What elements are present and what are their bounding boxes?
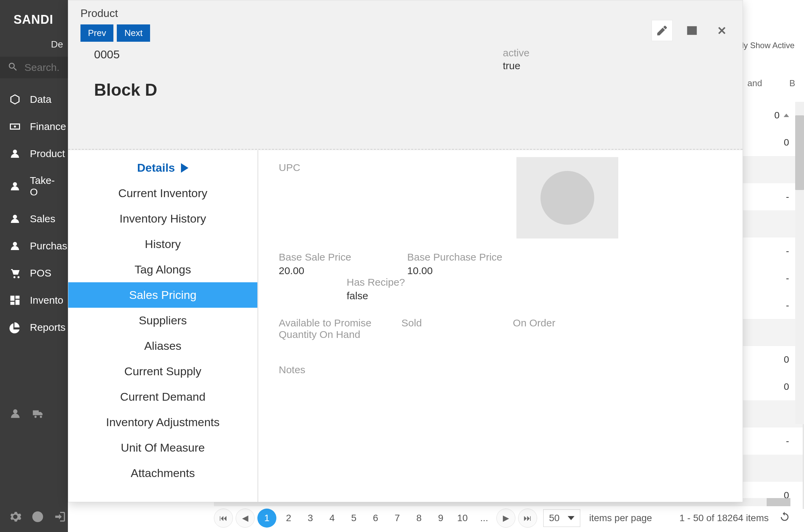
pager-page-2[interactable]: 2 bbox=[279, 509, 298, 528]
group-icon[interactable] bbox=[9, 407, 22, 421]
table-row[interactable]: 0 bbox=[743, 373, 804, 400]
pager-page-1[interactable]: 1 bbox=[257, 509, 276, 528]
edit-button[interactable] bbox=[652, 20, 673, 41]
truck-icon[interactable] bbox=[31, 407, 44, 421]
notes-label: Notes bbox=[279, 364, 722, 376]
section-current-demand[interactable]: Current Demand bbox=[68, 384, 257, 410]
page-size-label: items per page bbox=[589, 513, 652, 524]
logout-icon[interactable] bbox=[54, 510, 67, 525]
pager-first[interactable]: ⏮ bbox=[214, 509, 233, 528]
section-inventory-history[interactable]: Inventory History bbox=[68, 206, 257, 231]
table-row[interactable] bbox=[743, 156, 804, 183]
cell: 0 bbox=[784, 381, 789, 392]
page-size-select[interactable]: 50 bbox=[543, 509, 580, 527]
table-row[interactable]: - bbox=[743, 238, 804, 265]
maximize-button[interactable] bbox=[681, 20, 702, 41]
modal-tools bbox=[652, 20, 732, 41]
atp-label: Available to Promise bbox=[279, 317, 371, 329]
product-modal: Product Prev Next 0005 Block D active tr… bbox=[68, 0, 743, 502]
table-row[interactable]: - bbox=[743, 292, 804, 319]
pager-more[interactable]: ... bbox=[475, 509, 494, 528]
sold-label: Sold bbox=[401, 317, 483, 329]
active-field: active true bbox=[503, 47, 529, 72]
pager-page-6[interactable]: 6 bbox=[366, 509, 385, 528]
field-qoh: Quantity On Hand bbox=[279, 329, 360, 340]
section-details[interactable]: Details bbox=[68, 155, 257, 180]
nav-product[interactable]: Product bbox=[0, 140, 68, 167]
cell: - bbox=[786, 436, 789, 446]
section-history[interactable]: History bbox=[68, 231, 257, 257]
section-current-supply[interactable]: Current Supply bbox=[68, 359, 257, 384]
nav-data[interactable]: Data bbox=[0, 86, 68, 113]
field-atp: Available to Promise bbox=[279, 317, 371, 329]
nav-label: Reports bbox=[30, 322, 66, 333]
table-row[interactable] bbox=[743, 210, 804, 238]
nav-purchase[interactable]: Purchas bbox=[0, 232, 68, 260]
pager: ⏮ ◀ 1 2 3 4 5 6 7 8 9 10 ... ▶ ⏭ 50 item… bbox=[214, 508, 797, 529]
pager-page-9[interactable]: 9 bbox=[431, 509, 450, 528]
grid-header-col2[interactable]: B bbox=[789, 78, 795, 89]
section-aliases[interactable]: Aliases bbox=[68, 333, 257, 359]
search-icon bbox=[7, 61, 18, 74]
modal-header: Product Prev Next 0005 Block D active tr… bbox=[68, 0, 743, 150]
section-inventory-adjustments[interactable]: Inventory Adjustments bbox=[68, 410, 257, 435]
section-tag-alongs[interactable]: Tag Alongs bbox=[68, 257, 257, 282]
table-row[interactable]: - bbox=[743, 183, 804, 210]
pager-page-8[interactable]: 8 bbox=[409, 509, 428, 528]
search-input[interactable] bbox=[24, 62, 60, 73]
nav-sales[interactable]: Sales bbox=[0, 205, 68, 232]
table-row[interactable]: 0 bbox=[743, 346, 804, 373]
clock-icon[interactable] bbox=[31, 510, 44, 525]
table-row[interactable] bbox=[743, 400, 804, 428]
section-sales-pricing[interactable]: Sales Pricing bbox=[68, 282, 257, 308]
nav-label: POS bbox=[30, 267, 51, 279]
nav-takeoff[interactable]: Take-O bbox=[0, 167, 68, 205]
play-icon bbox=[181, 163, 188, 173]
pager-page-3[interactable]: 3 bbox=[301, 509, 320, 528]
nav-finance[interactable]: Finance bbox=[0, 113, 68, 140]
nav-label: Purchas bbox=[30, 240, 67, 252]
pager-page-10[interactable]: 10 bbox=[453, 509, 472, 528]
nav-label: Finance bbox=[30, 121, 66, 132]
cell: - bbox=[786, 191, 789, 202]
section-attachments[interactable]: Attachments bbox=[68, 460, 257, 486]
table-row[interactable]: - bbox=[743, 265, 804, 292]
product-image-placeholder bbox=[516, 157, 618, 239]
next-button[interactable]: Next bbox=[117, 24, 150, 42]
table-row[interactable] bbox=[743, 455, 804, 482]
nav-reports[interactable]: Reports bbox=[0, 314, 68, 341]
brand-logo: SANDI bbox=[0, 0, 68, 39]
prev-button[interactable]: Prev bbox=[80, 24, 113, 42]
table-row[interactable]: 0 bbox=[743, 102, 804, 129]
detail-pane: UPC Base Sale Price 20.00 Base Purchase … bbox=[258, 150, 743, 502]
nav: Data Finance Product Take-O Sales Purcha… bbox=[0, 86, 68, 341]
base-purchase-label: Base Purchase Price bbox=[407, 251, 502, 263]
table-row[interactable] bbox=[743, 319, 804, 346]
nav-pos[interactable]: POS bbox=[0, 260, 68, 287]
nav-inventory[interactable]: Invento bbox=[0, 287, 68, 314]
modal-title: Product bbox=[80, 7, 730, 20]
gear-icon[interactable] bbox=[9, 510, 22, 525]
grid-header-col1[interactable]: and bbox=[747, 78, 762, 89]
upc-label: UPC bbox=[279, 162, 300, 173]
has-recipe-label: Has Recipe? bbox=[347, 277, 435, 288]
search-row[interactable] bbox=[0, 57, 68, 78]
section-label: Details bbox=[137, 161, 175, 174]
field-upc: UPC bbox=[279, 162, 300, 173]
section-suppliers[interactable]: Suppliers bbox=[68, 308, 257, 333]
pager-next[interactable]: ▶ bbox=[496, 509, 515, 528]
section-unit-of-measure[interactable]: Unit Of Measure bbox=[68, 435, 257, 460]
pager-page-5[interactable]: 5 bbox=[344, 509, 363, 528]
table-row[interactable]: - bbox=[743, 428, 804, 455]
pager-page-4[interactable]: 4 bbox=[323, 509, 342, 528]
horizontal-scroll-thumb[interactable] bbox=[767, 498, 790, 506]
pager-last[interactable]: ⏭ bbox=[518, 509, 537, 528]
vertical-scroll-thumb[interactable] bbox=[795, 115, 804, 190]
section-current-inventory[interactable]: Current Inventory bbox=[68, 180, 257, 206]
pager-prev[interactable]: ◀ bbox=[236, 509, 255, 528]
table-row[interactable]: 0 bbox=[743, 129, 804, 156]
close-button[interactable] bbox=[711, 20, 732, 41]
refresh-icon[interactable] bbox=[779, 511, 790, 525]
pager-page-7[interactable]: 7 bbox=[388, 509, 407, 528]
pager-summary: 1 - 50 of 18264 items bbox=[679, 513, 769, 524]
